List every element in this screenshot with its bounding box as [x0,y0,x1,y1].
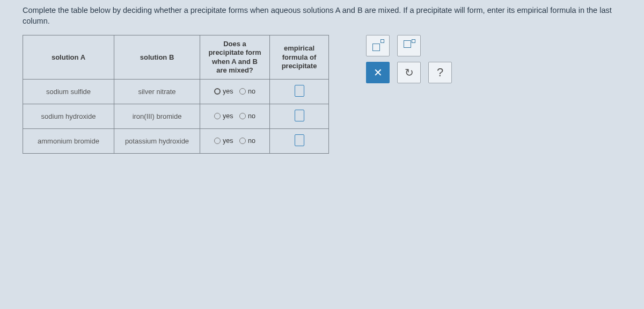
cell-solution-a: ammonium bromide [23,129,114,154]
radio-yes-label: yes [223,88,233,95]
formula-input[interactable] [295,134,304,146]
header-solution-b: solution B [114,35,200,80]
radio-circle-icon [214,113,221,119]
reset-button[interactable]: ↻ [397,62,421,83]
cell-formula [270,104,329,129]
precipitate-table: solution A solution B Does a precipitate… [23,35,329,154]
radio-no-label: no [248,137,255,145]
work-area: solution A solution B Does a precipitate… [23,35,621,154]
cell-solution-b: potassium hydroxide [114,129,200,154]
clear-button[interactable]: ✕ [366,62,390,83]
superscript-button[interactable] [366,35,390,56]
radio-yes-option[interactable]: yes [214,137,233,145]
cell-formula [270,129,329,154]
cell-solution-a: sodium sulfide [23,80,114,104]
radio-yes-label: yes [223,112,233,120]
radio-no-option[interactable]: no [239,112,255,120]
table-row: sodium hydroxide iron(III) bromide yes n… [23,104,329,129]
subscript-button[interactable] [397,35,421,56]
radio-yes-option[interactable]: yes [214,112,233,120]
radio-no-option[interactable]: no [239,137,255,145]
instructions-text: Complete the table below by deciding whe… [0,0,644,30]
superscript-icon [372,40,383,51]
help-button[interactable]: ? [428,62,452,83]
radio-no-label: no [248,88,255,95]
radio-yes-label: yes [223,137,233,145]
cell-radio: yes no [200,80,270,104]
radio-circle-icon [214,138,221,144]
cell-radio: yes no [200,104,270,129]
formula-input[interactable] [295,85,304,97]
cell-formula [270,80,329,104]
header-formula: empirical formula of precipitate [270,35,329,80]
radio-circle-icon [214,88,221,95]
cell-solution-a: sodium hydroxide [23,104,114,129]
reset-icon: ↻ [405,66,414,79]
cell-solution-b: iron(III) bromide [114,104,200,129]
subscript-icon [404,40,414,51]
cell-solution-b: silver nitrate [114,80,200,104]
radio-no-label: no [248,112,255,120]
table-row: ammonium bromide potassium hydroxide yes… [23,129,329,154]
toolbar: ✕ ↻ ? [366,35,452,89]
header-solution-a: solution A [23,35,114,80]
radio-circle-icon [239,113,246,119]
close-icon: ✕ [374,66,383,79]
table-row: sodium sulfide silver nitrate yes no [23,80,329,104]
radio-circle-icon [239,138,246,144]
radio-yes-option[interactable]: yes [214,88,233,95]
formula-input[interactable] [295,110,304,121]
header-precipitate: Does a precipitate form when A and B are… [200,35,270,80]
help-icon: ? [437,66,443,80]
cell-radio: yes no [200,129,270,154]
radio-no-option[interactable]: no [239,88,255,95]
radio-circle-icon [239,88,246,95]
